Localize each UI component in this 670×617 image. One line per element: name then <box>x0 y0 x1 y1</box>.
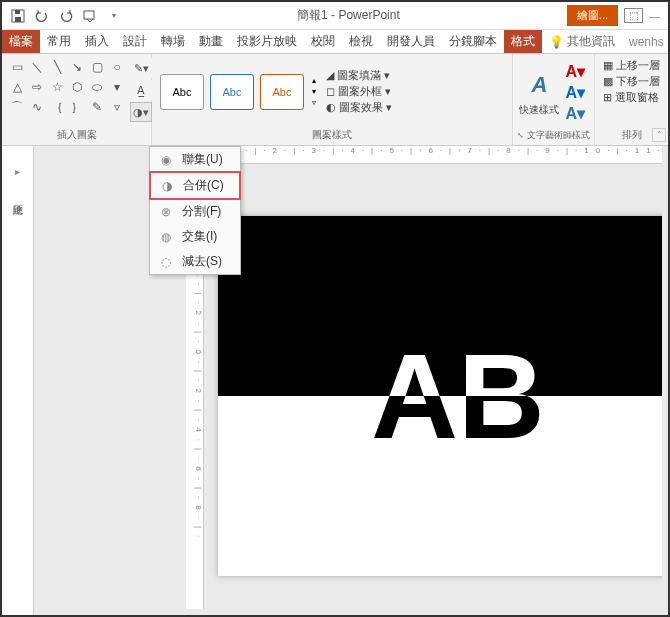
send-backward-icon: ▩ <box>603 75 613 88</box>
shape-hexagon-icon[interactable]: ⬡ <box>68 78 86 96</box>
shape-curve-icon[interactable]: ⌒ <box>8 98 26 116</box>
text-outline-icon[interactable]: A▾ <box>565 83 585 102</box>
gallery-down-icon[interactable]: ▾ <box>312 87 316 96</box>
selection-pane-icon: ⊞ <box>603 91 612 104</box>
shape-connector-icon[interactable]: ↘ <box>68 58 86 76</box>
intersect-icon: ◍ <box>158 229 174 245</box>
shapes-gallery[interactable]: ▭ ＼ ╲ ↘ ▢ ○ △ ⇨ ☆ ⬡ ⬭ ▾ ⌒ ∿ ｛ ｝ ✎ ▿ <box>6 56 128 127</box>
svg-rect-3 <box>84 11 94 19</box>
bring-forward-icon: ▦ <box>603 59 613 72</box>
text-fill-icon[interactable]: A▾ <box>565 62 585 81</box>
ribbon-display-icon[interactable]: ⬚ <box>624 8 643 23</box>
shape-star-icon[interactable]: ☆ <box>48 78 66 96</box>
fill-icon: ◢ <box>326 69 334 82</box>
text-box-button[interactable]: A̲ <box>130 80 152 100</box>
shape-line2-icon[interactable]: ╲ <box>48 58 66 76</box>
redo-icon[interactable] <box>58 8 74 24</box>
tab-file[interactable]: 檔案 <box>2 30 40 53</box>
shape-line-icon[interactable]: ＼ <box>28 58 46 76</box>
shape-fill-button[interactable]: ◢圖案填滿 ▾ <box>326 68 392 83</box>
gallery-up-icon[interactable]: ▴ <box>312 76 316 85</box>
svg-rect-2 <box>15 10 20 14</box>
contextual-tab-label: 繪圖... <box>567 5 618 26</box>
shape-oval-icon[interactable]: ○ <box>108 58 126 76</box>
shape-style-gallery[interactable]: Abc Abc Abc ▴ ▾ ▿ <box>156 70 322 114</box>
tab-insert[interactable]: 插入 <box>78 30 116 53</box>
svg-rect-1 <box>15 17 21 22</box>
tab-developer[interactable]: 開發人員 <box>380 30 442 53</box>
shape-arrow-icon[interactable]: ⇨ <box>28 78 46 96</box>
union-icon: ◉ <box>158 152 174 168</box>
fragment-icon: ⊗ <box>158 204 174 220</box>
menu-combine[interactable]: ◑ 合併(C) <box>149 171 241 200</box>
gallery-more-icon[interactable]: ▿ <box>312 98 316 107</box>
slide-text-ab[interactable]: AB <box>371 336 544 456</box>
edit-shape-button[interactable]: ✎▾ <box>130 58 152 78</box>
send-backward-button[interactable]: ▩下移一層 <box>603 74 660 89</box>
undo-icon[interactable] <box>34 8 50 24</box>
tab-review[interactable]: 校閱 <box>304 30 342 53</box>
merge-shapes-button[interactable]: ◑▾ <box>130 102 152 122</box>
qat-more-icon[interactable]: ▾ <box>106 8 122 24</box>
outline-icon: ◻ <box>326 85 335 98</box>
style-preset-3[interactable]: Abc <box>260 74 304 110</box>
quick-access-toolbar: ▾ <box>2 8 130 24</box>
shape-outline-button[interactable]: ◻圖案外框 ▾ <box>326 84 392 99</box>
collapse-ribbon-button[interactable]: ˄ <box>652 128 666 142</box>
tab-animations[interactable]: 動畫 <box>192 30 230 53</box>
tab-transitions[interactable]: 轉場 <box>154 30 192 53</box>
shape-callout-icon[interactable]: ⬭ <box>88 78 106 96</box>
shape-textbox-icon[interactable]: ▭ <box>8 58 26 76</box>
shape-rect-icon[interactable]: ▢ <box>88 58 106 76</box>
group-label-wordart: ⤡ 文字藝術師樣式 <box>517 128 590 143</box>
tab-addins[interactable]: 分鏡腳本 <box>442 30 504 53</box>
tab-format[interactable]: 格式 <box>504 30 542 53</box>
menu-union[interactable]: ◉ 聯集(U) <box>150 147 240 172</box>
pane-chevron-icon[interactable]: ▸ <box>15 166 20 177</box>
tab-slideshow[interactable]: 投影片放映 <box>230 30 304 53</box>
style-preset-2[interactable]: Abc <box>210 74 254 110</box>
minimize-icon[interactable]: — <box>649 10 660 22</box>
menu-fragment[interactable]: ⊗ 分割(F) <box>150 199 240 224</box>
text-effects-icon[interactable]: A▾ <box>565 104 585 123</box>
group-shape-styles: Abc Abc Abc ▴ ▾ ▿ ◢圖案填滿 ▾ ◻圖案外框 ▾ ◐圖案效果 … <box>152 54 513 145</box>
shape-triangle-icon[interactable]: △ <box>8 78 26 96</box>
workspace: ▸ 匯總 ·|·1·|·2·|·3·|·4·|·5·|·6·|·7·|·8·|·… <box>2 146 668 615</box>
shape-effects-button[interactable]: ◐圖案效果 ▾ <box>326 100 392 115</box>
shape-scribble-icon[interactable]: ✎ <box>88 98 106 116</box>
quick-styles-label: 快速樣式 <box>519 103 559 117</box>
tab-view[interactable]: 檢視 <box>342 30 380 53</box>
title-bar: ▾ 簡報1 - PowerPoint 繪圖... ⬚ — <box>2 2 668 30</box>
start-from-beginning-icon[interactable] <box>82 8 98 24</box>
effects-icon: ◐ <box>326 101 336 114</box>
merge-shapes-menu: ◉ 聯集(U) ◑ 合併(C) ⊗ 分割(F) ◍ 交集(I) ◌ 減去(S) <box>149 146 241 275</box>
account-label[interactable]: wenhs <box>622 32 670 52</box>
group-insert-shapes: ▭ ＼ ╲ ↘ ▢ ○ △ ⇨ ☆ ⬡ ⬭ ▾ ⌒ ∿ ｛ ｝ ✎ ▿ ✎▾ <box>2 54 152 145</box>
menu-intersect[interactable]: ◍ 交集(I) <box>150 224 240 249</box>
menu-subtract[interactable]: ◌ 減去(S) <box>150 249 240 274</box>
horizontal-ruler: ·|·1·|·2·|·3·|·4·|·5·|·6·|·7·|·8·|·9·|·1… <box>204 146 662 164</box>
ribbon: ▭ ＼ ╲ ↘ ▢ ○ △ ⇨ ☆ ⬡ ⬭ ▾ ⌒ ∿ ｛ ｝ ✎ ▿ ✎▾ <box>2 54 668 146</box>
shape-more-icon[interactable]: ▾ <box>108 78 126 96</box>
slide-canvas-area[interactable]: AB <box>204 164 662 609</box>
bring-forward-button[interactable]: ▦上移一層 <box>603 58 660 73</box>
shape-expand-icon[interactable]: ▿ <box>108 98 126 116</box>
selection-pane-button[interactable]: ⊞選取窗格 <box>603 90 660 105</box>
ribbon-tabs: 檔案 常用 插入 設計 轉場 動畫 投影片放映 校閱 檢視 開發人員 分鏡腳本 … <box>2 30 668 54</box>
save-icon[interactable] <box>10 8 26 24</box>
wordart-quick-styles-icon[interactable]: A <box>521 67 557 103</box>
shape-freeform-icon[interactable]: ∿ <box>28 98 46 116</box>
shape-brace2-icon[interactable]: ｝ <box>68 98 86 116</box>
subtract-icon: ◌ <box>158 254 174 270</box>
window-title: 簡報1 - PowerPoint <box>130 7 567 24</box>
outline-pane[interactable]: ▸ 匯總 <box>2 146 34 615</box>
tab-tellme[interactable]: 💡其他資訊 <box>542 30 622 53</box>
tab-home[interactable]: 常用 <box>40 30 78 53</box>
group-wordart-styles: A 快速樣式 A▾ A▾ A▾ ⤡ 文字藝術師樣式 <box>513 54 595 145</box>
tab-design[interactable]: 設計 <box>116 30 154 53</box>
shape-brace-icon[interactable]: ｛ <box>48 98 66 116</box>
style-preset-1[interactable]: Abc <box>160 74 204 110</box>
combine-icon: ◑ <box>159 178 175 194</box>
group-label-insert-shapes: 插入圖案 <box>6 127 147 143</box>
slide[interactable]: AB <box>218 216 662 576</box>
